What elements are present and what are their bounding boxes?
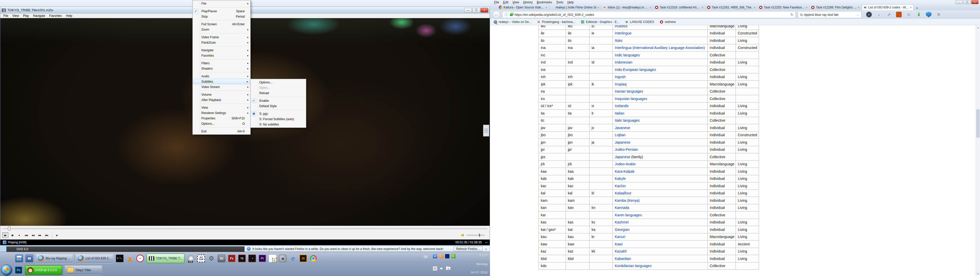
mpc-menu-file[interactable]: File [1,14,10,17]
fx-menu-edit[interactable]: Edit [501,0,511,4]
url-bar[interactable]: i https://en.wikipedia.org/wiki/List_of_… [502,11,796,18]
language-link[interactable]: Interlingua (International Auxiliary Lan… [615,46,705,50]
menu-item-audio[interactable]: Audio▸ [192,73,250,79]
seek-bar[interactable] [0,226,490,231]
menu-item-options[interactable]: Options... [251,79,306,85]
search-bar[interactable]: rippind blue ray dvd fab → [798,11,862,18]
tab-task-12286-film-delights[interactable]: Task #12286: Film Delights ...✕ [810,5,862,10]
new-tab-button[interactable]: + [914,5,920,10]
menu-item-reload[interactable]: Reload [251,90,306,96]
scrollbar[interactable]: ▲ ▼ [976,25,980,276]
mpc-close-button[interactable]: × [480,8,488,13]
fx-maximize-button[interactable]: ❐ [963,0,970,4]
scroll-down-icon[interactable]: ▼ [976,272,980,276]
bookmark-lanuae-codes[interactable]: WLANUAE CODES [625,20,654,24]
zenmate-icon[interactable] [926,12,932,17]
menu-item-file[interactable]: File▸ [192,1,250,6]
menu-item-navigate[interactable]: Navigate▸ [192,48,250,53]
menu-item-options[interactable]: Options...O [192,121,250,126]
tab-close-icon[interactable]: ✕ [649,6,652,9]
play-button[interactable]: ▶ [2,232,8,238]
addon-orange-icon[interactable] [896,12,902,17]
language-link[interactable]: Italic languages [615,118,640,122]
mpc-minimize-button[interactable]: — [464,8,472,13]
bookmark-realeyz-video-on-de[interactable]: realeyz – Video on De... [493,20,531,24]
bookmark-redmine[interactable]: redmine [660,20,676,24]
downloads-icon[interactable]: ↓ [876,12,882,17]
menu-item-default-style[interactable]: Default Style [251,103,306,109]
bookmark-posteingang-bachma[interactable]: MPosteingang - bachma... [537,20,575,24]
taskbar-button-dvdfab[interactable]: DVDFab 9.3.0.5 [25,265,62,275]
media-settings-icon[interactable]: ⚙ [207,255,215,262]
notification-close-icon[interactable]: x [484,247,488,251]
shield-check-icon[interactable]: ✓ [866,12,872,17]
gimp-icon[interactable]: ◉ [279,255,286,262]
docked-panel[interactable] [483,125,489,136]
scrollbar-thumb[interactable] [977,109,980,138]
language-link[interactable]: Kabardian [615,257,631,261]
language-link[interactable]: Iranian languages [615,89,643,94]
tab-list-of-iso-639-2-codes-w[interactable]: WList of ISO 639-2 codes - W...✕ [862,4,914,10]
security-tray-icon[interactable]: ✓ [451,254,455,259]
tab-close-icon[interactable]: ✕ [702,6,703,9]
mpc-menu-help[interactable]: Help [64,14,74,17]
menu-item-volume[interactable]: Volume▸ [192,92,250,97]
skip-back-button[interactable]: |◀◀ [23,232,29,238]
fx-close-button[interactable]: × [971,0,978,4]
language-link[interactable]: Icelandic [615,104,629,108]
safely-remove-icon[interactable]: × [433,266,437,271]
taskbar-button-firefox-bluray[interactable]: Blu-ray Ripping ... [36,254,73,263]
search-input[interactable]: rippind blue ray dvd fab [804,13,854,17]
volume-thumb[interactable] [479,234,480,237]
vlc-icon[interactable] [126,255,134,262]
language-link[interactable]: Judeo-Persian [615,148,638,152]
language-link[interactable]: Kara-Kalpak [615,170,635,173]
emoji-addon-icon[interactable]: ☺ [906,12,912,17]
menu-item-styles[interactable]: Styles... [251,85,306,90]
mpc-menu-navigate[interactable]: Navigate [31,14,47,17]
taskbar-button-mpc[interactable]: TOKYO_TRIBE.T... [146,254,185,263]
se-app-icon[interactable]: SE [218,255,225,262]
menu-item-video-stream[interactable]: Video Stream▸ [192,84,250,90]
fx-menu-history[interactable]: History [521,0,535,4]
tab-kaltura-open-source-vide[interactable]: Kaltura - Open Source Vide...✕ [497,5,549,10]
menu-item-enable[interactable]: ✓Enable [251,98,306,103]
frame-step-button[interactable]: |▶ [54,232,60,238]
internet-explorer-icon[interactable]: e [289,255,297,262]
volume-tray-icon[interactable] [439,266,444,271]
reload-icon[interactable]: ↻ [791,13,794,17]
language-link[interactable]: Italian [615,111,624,115]
fx-menu-bookmarks[interactable]: Bookmarks [535,0,554,4]
language-link[interactable]: Kannada [615,206,629,210]
language-link[interactable]: Kordofanian languages [615,264,652,268]
tab-close-icon[interactable]: ✕ [858,6,860,9]
language-link[interactable]: Kabyle [615,176,626,181]
language-link[interactable]: Kashmiri [615,220,628,224]
https-lock-icon[interactable] [510,14,513,16]
chrome-icon[interactable] [310,255,317,262]
menu-item-renderer-settings[interactable]: Renderer Settings▸ [192,110,250,116]
bookmark-editorial-graphics-e[interactable]: Editorial - Graphics - E... [581,20,619,24]
menu-item-subtitles[interactable]: Subtitles▸ [193,79,250,84]
fx-menu-help[interactable]: Help [565,0,576,4]
language-link[interactable]: Kawi [615,242,622,246]
taskbar-button-tokyo-tribe[interactable]: Tokyo Tribe [65,265,102,275]
menu-item-s-no-subtitles[interactable]: S: No subtitles [251,122,306,127]
menu-item-properties[interactable]: PropertiesShift+F10 [192,116,250,121]
speaker-icon[interactable] [461,234,465,237]
gauge-app-icon[interactable]: ◔ [248,255,256,262]
premiere-icon[interactable]: Pr [259,255,266,262]
menu-item-pan-scan[interactable]: Pan&Scan▸ [192,40,250,45]
language-link[interactable]: Iroquoian languages [615,97,647,101]
language-link[interactable]: Karen languages [615,213,642,217]
snipping-tool-icon[interactable]: ✂ [136,255,144,262]
language-link[interactable]: Georgian [615,228,630,232]
url-text[interactable]: https://en.wikipedia.org/wiki/List_of_IS… [514,13,789,17]
volume-slider[interactable] [467,235,485,235]
language-link[interactable]: Indonesian [615,60,632,64]
language-link[interactable]: Interlingue [615,31,632,35]
language-link[interactable]: Judeo-Arabic [615,162,636,166]
language-link[interactable]: Iloko [615,38,622,43]
mpc-maximize-button[interactable]: ❐ [473,8,480,13]
menu-item-zoom[interactable]: Zoom▸ [192,27,250,32]
